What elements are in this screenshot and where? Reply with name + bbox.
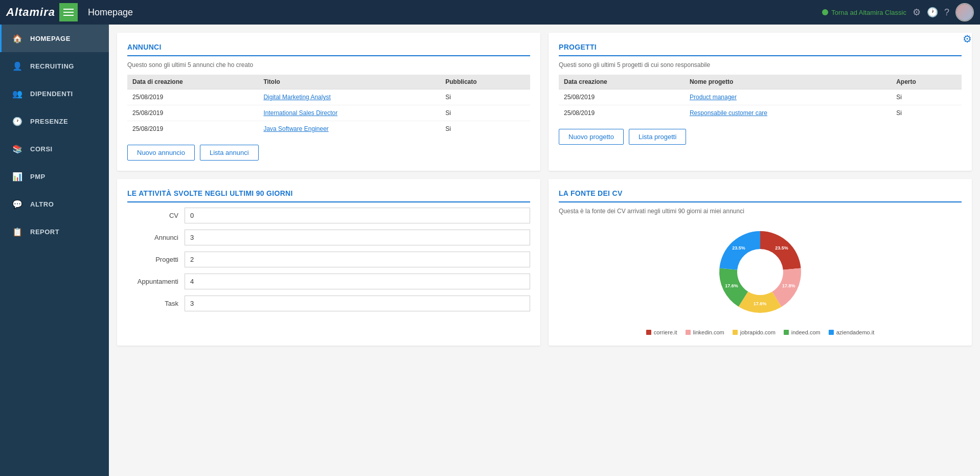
sidebar-item-pmp[interactable]: 📊 PMP — [0, 163, 109, 190]
legend-item-1: linkedin.com — [686, 329, 724, 335]
legend-label-3: indeed.com — [791, 329, 821, 335]
legend-label-2: jobrapido.com — [740, 329, 776, 335]
legend-label-4: aziendademo.it — [836, 329, 875, 335]
presenze-icon: 🕐 — [12, 116, 23, 127]
pmp-icon: 📊 — [12, 171, 23, 182]
annunci-btn-group: Nuovo annuncio Lista annunci — [127, 145, 530, 161]
donut-chart: 23.5%17.8%17.6%17.6%23.5% — [709, 221, 811, 323]
table-row: 25/08/2019 Digital Marketing Analyst Si — [127, 89, 530, 105]
table-row: 25/08/2019 Responsabile customer care Si — [559, 105, 962, 121]
progetto-open: Si — [891, 105, 962, 121]
annuncio-date: 25/08/2019 — [127, 121, 258, 137]
legend-dot-1 — [686, 330, 691, 335]
sidebar-item-dipendenti[interactable]: 👥 DIPENDENTI — [0, 80, 109, 107]
sidebar-item-recruiting-label: RECRUITING — [30, 62, 74, 70]
table-row: 25/08/2019 Product manager Si — [559, 89, 962, 105]
page-title: Homepage — [88, 7, 822, 18]
table-row: 25/08/2019 International Sales Director … — [127, 105, 530, 121]
logo: Altamira — [6, 6, 55, 19]
clock-icon[interactable]: 🕐 — [927, 7, 938, 18]
cv-source-title: LA FONTE DEI CV — [559, 189, 962, 202]
classic-link-dot — [822, 9, 828, 15]
legend-dot-4 — [829, 330, 834, 335]
progetti-col-open: Aperto — [891, 75, 962, 89]
progetti-btn-group: Nuovo progetto Lista progetti — [559, 129, 962, 145]
legend-item-0: corriere.it — [646, 329, 677, 335]
annunci-card: ANNUNCI Questo sono gli ultimi 5 annunci… — [117, 33, 540, 171]
activity-value: 4 — [185, 274, 530, 289]
annuncio-title-link[interactable]: Java Software Engineer — [258, 121, 440, 137]
progetti-table: Data creazione Nome progetto Aperto 25/0… — [559, 75, 962, 121]
activity-label: CV — [127, 212, 178, 219]
sidebar-item-dipendenti-label: DIPENDENTI — [30, 90, 73, 98]
sidebar-item-report-label: REPORT — [30, 228, 59, 236]
sidebar-item-corsi-label: CORSI — [30, 145, 53, 153]
new-progetto-button[interactable]: Nuovo progetto — [559, 129, 624, 145]
new-annuncio-button[interactable]: Nuovo annuncio — [127, 145, 195, 161]
sidebar-item-homepage[interactable]: 🏠 HOMEPAGE — [0, 25, 109, 52]
donut-label-4: 23.5% — [732, 245, 745, 251]
activity-label: Task — [127, 300, 178, 307]
annuncio-published: Si — [440, 105, 530, 121]
legend-dot-2 — [733, 330, 738, 335]
activity-value: 3 — [185, 230, 530, 245]
classic-link-label: Torna ad Altamira Classic — [831, 9, 906, 16]
progetto-date: 25/08/2019 — [559, 105, 685, 121]
recruiting-icon: 👤 — [12, 60, 23, 72]
donut-container: 23.5%17.8%17.6%17.6%23.5% corriere.it li… — [559, 221, 962, 335]
sidebar-item-presenze[interactable]: 🕐 PRESENZE — [0, 107, 109, 135]
top-section: ANNUNCI Questo sono gli ultimi 5 annunci… — [117, 33, 972, 171]
cv-source-card: LA FONTE DEI CV Questa è la fonte dei CV… — [549, 179, 972, 346]
legend-item-4: aziendademo.it — [829, 329, 875, 335]
classic-link[interactable]: Torna ad Altamira Classic — [822, 9, 906, 16]
annunci-subtitle: Questo sono gli ultimi 5 annunci che ho … — [127, 61, 530, 69]
annunci-col-published: Pubblicato — [440, 75, 530, 89]
legend-label-0: corriere.it — [654, 329, 677, 335]
list-progetti-button[interactable]: Lista progetti — [629, 129, 686, 145]
legend-dot-3 — [784, 330, 789, 335]
dipendenti-icon: 👥 — [12, 88, 23, 99]
settings-icon[interactable]: ⚙ — [913, 7, 921, 18]
activity-label: Annunci — [127, 234, 178, 241]
page-settings-icon[interactable]: ⚙ — [963, 33, 972, 45]
activity-value: 0 — [185, 208, 530, 223]
sidebar-item-corsi[interactable]: 📚 CORSI — [0, 135, 109, 163]
donut-label-2: 17.6% — [754, 301, 767, 306]
progetti-title: PROGETTI — [559, 43, 962, 56]
annunci-col-title: Titolo — [258, 75, 440, 89]
altro-icon: 💬 — [12, 198, 23, 210]
menu-toggle-button[interactable] — [59, 3, 78, 21]
activity-row: Appuntamenti 4 — [127, 274, 530, 289]
donut-label-0: 23.5% — [775, 245, 788, 251]
sidebar-item-presenze-label: PRESENZE — [30, 118, 68, 125]
layout: 🏠 HOMEPAGE 👤 RECRUITING 👥 DIPENDENTI 🕐 P… — [0, 25, 980, 476]
help-icon[interactable]: ? — [944, 7, 949, 18]
progetto-name-link[interactable]: Product manager — [685, 89, 891, 105]
activity-row: Task 3 — [127, 296, 530, 311]
activity-row: Progetti 2 — [127, 252, 530, 267]
progetto-name-link[interactable]: Responsabile customer care — [685, 105, 891, 121]
list-annunci-button[interactable]: Lista annunci — [200, 145, 259, 161]
annuncio-title-link[interactable]: International Sales Director — [258, 105, 440, 121]
activity-title: LE ATTIVITÀ SVOLTE NEGLI ULTIMI 90 GIORN… — [127, 189, 530, 202]
activity-rows: CV 0 Annunci 3 Progetti 2 Appuntamenti 4… — [127, 208, 530, 311]
table-row: 25/08/2019 Java Software Engineer Si — [127, 121, 530, 137]
sidebar-item-altro[interactable]: 💬 ALTRO — [0, 190, 109, 218]
activity-row: Annunci 3 — [127, 230, 530, 245]
legend-label-1: linkedin.com — [693, 329, 724, 335]
progetti-col-name: Nome progetto — [685, 75, 891, 89]
annunci-title: ANNUNCI — [127, 43, 530, 56]
cv-source-subtitle: Questa è la fonte dei CV arrivati negli … — [559, 208, 962, 215]
avatar[interactable] — [955, 3, 974, 21]
progetti-col-date: Data creazione — [559, 75, 685, 89]
annunci-col-date: Data di creazione — [127, 75, 258, 89]
sidebar-item-recruiting[interactable]: 👤 RECRUITING — [0, 52, 109, 80]
activity-label: Progetti — [127, 256, 178, 263]
annuncio-published: Si — [440, 121, 530, 137]
activity-value: 2 — [185, 252, 530, 267]
donut-center — [738, 250, 782, 294]
sidebar-item-homepage-label: HOMEPAGE — [30, 35, 71, 42]
sidebar-item-report[interactable]: 📋 REPORT — [0, 218, 109, 245]
annuncio-published: Si — [440, 89, 530, 105]
annuncio-title-link[interactable]: Digital Marketing Analyst — [258, 89, 440, 105]
